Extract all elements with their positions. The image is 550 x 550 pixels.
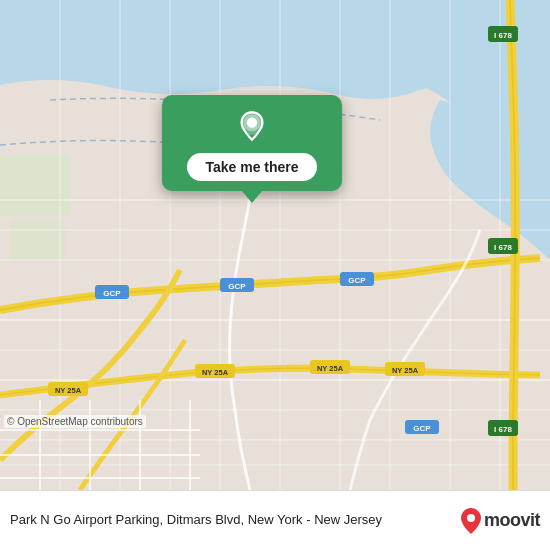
svg-text:I 678: I 678	[494, 243, 512, 252]
svg-text:GCP: GCP	[228, 282, 246, 291]
moovit-logo: moovit	[460, 507, 540, 535]
svg-point-52	[247, 118, 257, 128]
take-me-there-button[interactable]: Take me there	[187, 153, 316, 181]
location-pin-icon	[234, 109, 270, 145]
osm-attribution: © OpenStreetMap contributors	[4, 415, 146, 428]
svg-text:GCP: GCP	[348, 276, 366, 285]
footer: Park N Go Airport Parking, Ditmars Blvd,…	[0, 490, 550, 550]
svg-text:NY 25A: NY 25A	[392, 366, 419, 375]
map-container: GCP GCP GCP GCP NY 25A NY 25A NY 25A NY …	[0, 0, 550, 490]
moovit-pin-icon	[460, 507, 482, 535]
svg-text:NY 25A: NY 25A	[55, 386, 82, 395]
svg-text:NY 25A: NY 25A	[317, 364, 344, 373]
svg-text:GCP: GCP	[413, 424, 431, 433]
svg-text:I 678: I 678	[494, 31, 512, 40]
svg-rect-2	[10, 220, 65, 260]
svg-text:I 678: I 678	[494, 425, 512, 434]
moovit-brand-label: moovit	[484, 510, 540, 531]
svg-text:NY 25A: NY 25A	[202, 368, 229, 377]
location-popup: Take me there	[162, 95, 342, 191]
location-name: Park N Go Airport Parking, Ditmars Blvd,…	[10, 511, 450, 529]
svg-text:GCP: GCP	[103, 289, 121, 298]
svg-point-53	[467, 514, 475, 522]
